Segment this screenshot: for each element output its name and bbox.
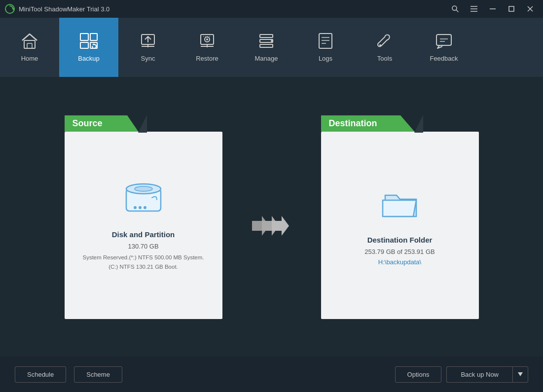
svg-rect-14	[80, 42, 88, 48]
destination-title: Destination Folder	[367, 236, 433, 244]
nav-item-feedback[interactable]: Feedback	[414, 18, 473, 77]
source-section: Source Disk a	[65, 115, 222, 319]
destination-header-corner	[414, 115, 423, 133]
menu-button[interactable]	[466, 3, 482, 15]
nav-label-feedback: Feedback	[430, 55, 458, 62]
source-title: Disk and Partition	[112, 230, 175, 239]
disk-icon	[121, 179, 166, 220]
restore-icon	[199, 33, 216, 52]
nav-item-restore[interactable]: Restore	[178, 18, 237, 77]
bottom-bar: Schedule Scheme Options Back up Now	[0, 356, 543, 392]
manage-icon	[258, 33, 275, 52]
sync-icon	[140, 33, 156, 52]
window-controls	[447, 3, 538, 15]
nav-label-backup: Backup	[78, 55, 99, 62]
nav-item-home[interactable]: Home	[0, 18, 59, 77]
nav-label-tools: Tools	[377, 55, 392, 62]
bottom-left-buttons: Schedule Scheme	[15, 366, 122, 383]
destination-card[interactable]: Destination Folder 253.79 GB of 253.91 G…	[321, 132, 479, 319]
svg-rect-15	[90, 34, 97, 40]
nav-item-backup[interactable]: Backup	[59, 18, 118, 77]
svg-marker-48	[518, 372, 523, 376]
nav-label-sync: Sync	[141, 55, 155, 62]
svg-rect-8	[509, 6, 514, 11]
search-button[interactable]	[447, 3, 463, 15]
options-button[interactable]: Options	[395, 366, 442, 383]
svg-rect-12	[27, 43, 32, 48]
logs-icon	[318, 33, 333, 52]
minimize-button[interactable]	[485, 3, 501, 15]
nav-item-tools[interactable]: Tools	[355, 18, 414, 77]
destination-path: H:\backupdata\	[378, 258, 421, 266]
svg-rect-13	[80, 34, 88, 40]
svg-point-30	[271, 40, 273, 42]
app-logo	[5, 4, 15, 14]
source-header-label: Source	[65, 115, 139, 132]
svg-rect-31	[319, 34, 332, 48]
svg-point-44	[144, 206, 146, 209]
destination-header-label: Destination	[321, 115, 415, 132]
main-content: Source Disk a	[0, 77, 543, 356]
source-header: Source	[65, 115, 147, 133]
nav-label-manage: Manage	[255, 55, 278, 62]
title-bar: MiniTool ShadowMaker Trial 3.0	[0, 0, 543, 18]
tools-icon	[376, 33, 393, 52]
folder-icon	[378, 184, 422, 226]
svg-rect-27	[260, 35, 273, 37]
source-size: 130.70 GB	[128, 243, 158, 250]
svg-rect-29	[260, 44, 273, 47]
svg-point-42	[134, 206, 137, 209]
bottom-right-buttons: Options Back up Now	[395, 366, 528, 383]
nav-bar: Home Backup Sync	[0, 18, 543, 77]
nav-item-logs[interactable]: Logs	[296, 18, 355, 77]
close-button[interactable]	[522, 3, 538, 15]
svg-point-41	[135, 186, 152, 191]
arrow-section	[252, 216, 291, 236]
nav-item-sync[interactable]: Sync	[118, 18, 178, 77]
nav-label-home: Home	[21, 55, 38, 62]
scheme-button[interactable]: Scheme	[74, 366, 122, 383]
source-card[interactable]: Disk and Partition 130.70 GB System Rese…	[65, 132, 222, 319]
source-detail: System Reserved.(*:) NTFS 500.00 MB Syst…	[82, 253, 204, 271]
backup-icon	[79, 33, 98, 52]
app-title: MiniTool ShadowMaker Trial 3.0	[19, 5, 447, 13]
svg-rect-36	[436, 35, 451, 45]
svg-marker-47	[272, 216, 289, 236]
destination-header: Destination	[321, 115, 423, 133]
nav-label-logs: Logs	[319, 55, 332, 62]
home-icon	[21, 33, 38, 52]
svg-point-26	[206, 38, 208, 40]
destination-size: 253.79 GB of 253.91 GB	[364, 248, 434, 255]
svg-marker-17	[92, 43, 94, 45]
svg-point-43	[139, 206, 142, 209]
destination-section: Destination Destination Folder 253.79 GB…	[321, 115, 479, 319]
source-header-corner	[138, 115, 147, 133]
backup-now-dropdown[interactable]	[512, 366, 528, 383]
backup-now-button[interactable]: Back up Now	[446, 366, 512, 383]
nav-item-manage[interactable]: Manage	[237, 18, 296, 77]
schedule-button[interactable]: Schedule	[15, 366, 66, 383]
feedback-icon	[435, 33, 452, 52]
svg-point-35	[379, 44, 381, 46]
svg-line-3	[456, 10, 458, 12]
nav-label-restore: Restore	[196, 55, 218, 62]
maximize-button[interactable]	[504, 3, 519, 15]
svg-rect-11	[24, 40, 35, 48]
